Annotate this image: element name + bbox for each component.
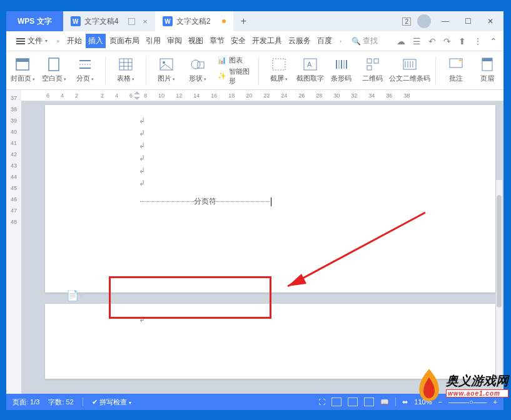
more-icon[interactable]: ⋮ [473,36,482,46]
pd417-button[interactable]: 公文二维条码 [393,58,427,83]
document-tab-2[interactable]: W 文字文稿2 [155,11,233,31]
app-window: WPS 文字 W 文字文稿4 × W 文字文稿2 + 2 — ☐ ✕ 文件 ▾ … [6,11,503,410]
redo-icon[interactable]: ↷ [443,36,451,46]
file-menu[interactable]: 文件 ▾ [13,34,51,48]
undo-icon[interactable]: ↶ [428,36,436,46]
tab-preview-icon[interactable] [128,18,135,25]
tab-developer[interactable]: 开发工具 [250,34,285,48]
tab-start[interactable]: 开始 [64,34,84,48]
file-label: 文件 [28,36,43,46]
chart-button[interactable]: 📊图表 [218,56,250,65]
collapse-ribbon-icon[interactable]: ⌃ [490,36,497,46]
vertical-scrollbar[interactable] [496,180,502,375]
ribbon: 封面页▾ 空白页▾ 分页▾ 表格▾ 图片▾ 形状▾ 📊图表 ✨智能图形 [6,51,503,90]
smartart-button[interactable]: ✨智能图形 [218,67,250,86]
hamburger-icon [16,41,25,42]
svg-point-12 [163,61,165,64]
maximize-button[interactable]: ☐ [460,15,476,28]
tab-view[interactable]: 视图 [186,34,206,48]
paragraph-mark-icon: ↲ [139,141,495,154]
header-button[interactable]: 页眉 [476,58,498,83]
svg-rect-1 [16,59,29,62]
doc-icon: W [163,16,173,26]
fullscreen-icon[interactable]: ⛶ [318,398,325,406]
search-box[interactable]: 🔍 查找 [352,36,378,46]
tab-insert[interactable]: 插入 [86,34,106,48]
svg-rect-25 [367,66,372,70]
document-workspace: 373839404142434445464748 642246810121416… [6,90,503,394]
account-badge[interactable]: 2 [402,18,411,26]
reading-mode-icon[interactable]: 📖 [380,398,389,406]
ocr-icon: A [303,58,318,71]
qrcode-button[interactable]: 二维码 [362,58,384,83]
minimize-button[interactable]: — [437,15,453,28]
document-page-1[interactable]: ↲ ↲ ↲ ↲ ↲ ↲ 分页符 [45,105,495,292]
tab-security[interactable]: 安全 [228,34,248,48]
tab-chapter[interactable]: 章节 [207,34,227,48]
scrollbar-thumb[interactable] [497,195,502,308]
search-label: 查找 [363,36,378,46]
shapes-button[interactable]: 形状▾ [186,58,209,83]
close-button[interactable]: ✕ [482,15,498,28]
blank-page-button[interactable]: 空白页▾ [43,58,65,83]
tab-baidu[interactable]: 百度 [315,34,335,48]
document-tab-1[interactable]: W 文字文稿4 × [63,11,155,31]
chevron-right-icon[interactable]: › [336,38,345,44]
tab-label: 文字文稿4 [84,16,119,27]
cloud-sync-icon[interactable]: ☁ [397,36,405,46]
smartart-icon: ✨ [218,72,226,80]
site-watermark: 奥义游戏网 www.aoe1.com [415,368,508,402]
chevron-right-icon[interactable]: » [53,38,63,44]
bell-icon[interactable]: ☰ [413,36,421,46]
word-count[interactable]: 字数: 52 [48,398,73,407]
comment-button[interactable]: + 批注 [445,58,467,83]
tab-references[interactable]: 引用 [143,34,163,48]
dropdown-icon: ▾ [45,38,48,44]
paragraph-mark-icon: ↲ [139,179,495,191]
svg-text:+: + [458,58,462,64]
screenshot-button[interactable]: 截屏▾ [268,58,290,83]
page-indicator[interactable]: 页面: 1/3 [13,398,39,407]
fit-width-icon[interactable]: ⬌ [402,398,408,406]
titlebar: WPS 文字 W 文字文稿4 × W 文字文稿2 + 2 — ☐ ✕ [6,11,503,31]
picture-button[interactable]: 图片▾ [155,58,178,83]
spellcheck-icon: ✔ [92,398,98,406]
horizontal-ruler[interactable]: 6422468101214161820222426283032343638 [21,90,503,101]
share-icon[interactable]: ⬆ [458,36,466,46]
view-web-button[interactable] [364,398,374,406]
table-button[interactable]: 表格▾ [114,58,137,83]
svg-rect-24 [374,59,378,63]
pd417-icon [402,58,417,71]
tab-page-layout[interactable]: 页面布局 [107,34,142,48]
screenshot-icon [271,58,286,71]
tab-cloud[interactable]: 云服务 [286,34,313,48]
page-break-button[interactable]: 分页▾ [74,58,96,83]
tab-close-icon[interactable]: × [143,17,148,26]
svg-point-13 [191,60,200,69]
page-break-icon [78,58,93,71]
vertical-ruler[interactable]: 373839404142434445464748 [6,90,21,394]
indent-marker-icon[interactable] [134,91,140,100]
new-tab-button[interactable]: + [233,11,254,31]
svg-rect-15 [273,59,285,70]
cover-page-button[interactable]: 封面页▾ [11,58,34,83]
text-cursor-icon [271,198,271,206]
doc-icon: W [71,16,81,26]
view-outline-button[interactable] [348,398,358,406]
view-print-layout-button[interactable] [331,398,342,406]
svg-rect-6 [119,59,132,70]
spellcheck-button[interactable]: ✔ 拼写检查 ▾ [92,398,131,407]
modified-dot-icon [222,19,226,23]
navigation-pane-icon[interactable]: 📄▾ [66,289,79,301]
paragraph-mark-icon: ↲ [139,154,495,166]
ocr-button[interactable]: A 截图取字 [299,58,321,83]
barcode-button[interactable]: 条形码 [330,58,353,83]
chart-smartart-group: 📊图表 ✨智能图形 [218,56,250,86]
avatar[interactable] [417,14,431,28]
tab-label: 文字文稿2 [176,16,211,27]
tab-review[interactable]: 审阅 [164,34,185,48]
comment-icon: + [448,58,463,71]
app-tab[interactable]: WPS 文字 [6,11,63,31]
page-break-label: 分页符 [194,196,216,207]
svg-rect-23 [367,59,372,63]
